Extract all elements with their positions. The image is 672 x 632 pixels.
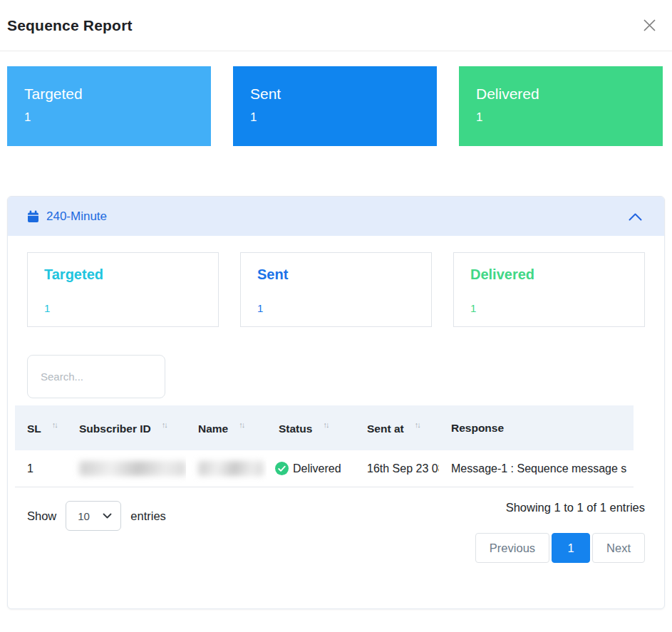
- previous-page-button[interactable]: Previous: [475, 533, 549, 563]
- column-header-sent-at[interactable]: Sent at↑↓: [355, 405, 439, 450]
- panel-title: 240-Minute: [46, 209, 628, 224]
- summary-card-targeted: Targeted 1: [7, 66, 211, 146]
- table-row: 1: [15, 450, 634, 487]
- column-label: Name: [198, 423, 228, 435]
- stat-card-sent: Sent 1: [240, 252, 432, 327]
- summary-card-value: 1: [476, 110, 646, 125]
- table-header-row: SL↑↓ Subscriber ID↑↓ Name↑↓ Status↑↓: [15, 405, 634, 450]
- column-header-name[interactable]: Name↑↓: [186, 405, 267, 450]
- stat-card-value: 1: [44, 302, 202, 314]
- sort-icon[interactable]: ↑↓: [239, 420, 244, 429]
- check-circle-icon: [275, 462, 289, 475]
- stat-card-label: Delivered: [470, 266, 628, 283]
- panel-body: Targeted 1 Sent 1 Delivered 1: [8, 236, 664, 608]
- entries-summary: Showing 1 to 1 of 1 entries: [475, 501, 645, 514]
- chevron-down-icon: [103, 513, 112, 519]
- calendar-icon: [27, 210, 39, 223]
- next-page-button[interactable]: Next: [592, 533, 645, 563]
- summary-card-value: 1: [24, 110, 194, 125]
- page-1-button[interactable]: 1: [552, 533, 590, 563]
- sequence-panel: 240-Minute Targeted 1 Sent 1 Delivered 1: [7, 196, 665, 609]
- redacted-name: [198, 461, 264, 476]
- column-label: Sent at: [367, 423, 404, 435]
- entries-label: entries: [130, 509, 166, 523]
- summary-card-label: Sent: [250, 86, 420, 103]
- sequence-report-modal: Sequence Report Targeted 1 Sent 1 Delive…: [0, 0, 672, 609]
- close-icon[interactable]: [639, 14, 661, 36]
- cell-response: Message-1 : Sequence message s: [439, 450, 634, 487]
- page-size-control: Show 10 entries: [27, 501, 166, 531]
- page-size-select[interactable]: 10: [66, 501, 121, 531]
- column-label: Response: [451, 422, 504, 434]
- cell-name: [186, 450, 267, 487]
- redacted-subscriber-id: [79, 461, 186, 476]
- page-size-value: 10: [78, 510, 90, 522]
- stat-card-label: Targeted: [44, 266, 202, 283]
- summary-card-label: Targeted: [24, 86, 194, 103]
- show-label: Show: [27, 509, 56, 523]
- cell-status: Delivered: [267, 450, 355, 487]
- report-table: SL↑↓ Subscriber ID↑↓ Name↑↓ Status↑↓: [15, 405, 634, 487]
- sort-icon[interactable]: ↑↓: [415, 420, 420, 429]
- sort-icon[interactable]: ↑↓: [52, 420, 57, 429]
- stat-card-targeted: Targeted 1: [27, 252, 219, 327]
- table-footer: Show 10 entries Showing 1 to 1 of 1 entr…: [27, 501, 645, 563]
- column-header-response[interactable]: Response: [439, 405, 634, 450]
- close-x-glyph: [641, 17, 658, 33]
- stat-card-value: 1: [470, 302, 628, 314]
- column-header-status[interactable]: Status↑↓: [267, 405, 355, 450]
- stat-card-value: 1: [257, 302, 415, 314]
- column-header-subscriber-id[interactable]: Subscriber ID↑↓: [67, 405, 186, 450]
- pagination-area: Showing 1 to 1 of 1 entries Previous 1 N…: [475, 501, 645, 563]
- page-title: Sequence Report: [7, 17, 133, 34]
- column-label: Subscriber ID: [79, 423, 151, 435]
- modal-header: Sequence Report: [0, 0, 672, 51]
- panel-stat-cards-row: Targeted 1 Sent 1 Delivered 1: [27, 252, 645, 327]
- panel-collapse-header[interactable]: 240-Minute: [8, 197, 664, 236]
- summary-card-label: Delivered: [476, 86, 646, 103]
- chevron-up-icon[interactable]: [628, 212, 643, 221]
- stat-card-delivered: Delivered 1: [453, 252, 645, 327]
- status-badge: Delivered: [293, 462, 341, 475]
- summary-cards-row: Targeted 1 Sent 1 Delivered 1: [7, 66, 663, 146]
- column-header-sl[interactable]: SL↑↓: [15, 405, 67, 450]
- search-input[interactable]: [27, 355, 165, 398]
- column-label: SL: [27, 423, 41, 435]
- stat-card-label: Sent: [257, 266, 415, 283]
- cell-sent-at: 16th Sep 23 08:18: [355, 450, 439, 487]
- cell-sl: 1: [15, 450, 67, 487]
- column-label: Status: [279, 423, 312, 435]
- sort-icon[interactable]: ↑↓: [323, 420, 328, 429]
- summary-card-value: 1: [250, 110, 420, 125]
- report-table-wrap: SL↑↓ Subscriber ID↑↓ Name↑↓ Status↑↓: [15, 405, 634, 487]
- cell-subscriber-id: [67, 450, 186, 487]
- summary-card-delivered: Delivered 1: [459, 66, 663, 146]
- sort-icon[interactable]: ↑↓: [162, 420, 167, 429]
- pagination: Previous 1 Next: [475, 533, 645, 563]
- summary-card-sent: Sent 1: [233, 66, 437, 146]
